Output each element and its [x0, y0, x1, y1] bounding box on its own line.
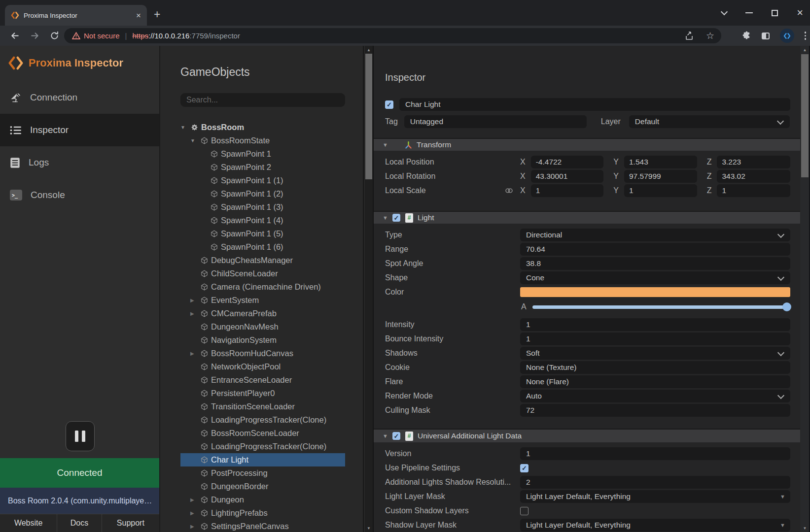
flare-field[interactable]: None (Flare) — [520, 375, 790, 388]
reload-button[interactable] — [45, 26, 63, 46]
chevron-right-icon[interactable]: ▶ — [190, 351, 201, 356]
tree-item[interactable]: DungeonBorder — [180, 480, 345, 493]
tree-item[interactable]: SpawnPoint 1 (6) — [180, 240, 345, 254]
uald-enabled-checkbox[interactable] — [392, 432, 400, 440]
tree-item[interactable]: PersistentPlayer0 — [180, 387, 345, 400]
position-x-field[interactable]: -4.4722 — [531, 156, 604, 168]
tree-item[interactable]: NavigationSystem — [180, 333, 345, 347]
side-panel-icon[interactable] — [762, 33, 770, 39]
collapse-chevron-icon[interactable]: ▼ — [383, 433, 392, 439]
layer-select[interactable]: Default — [629, 115, 790, 128]
tree-item[interactable]: ▼BossRoomState — [180, 134, 345, 147]
collapse-chevron-icon[interactable]: ▼ — [383, 215, 392, 221]
footer-link-website[interactable]: Website — [0, 514, 57, 532]
tree-item[interactable]: LoadingProgressTracker(Clone) — [180, 440, 345, 453]
sidebar-item-console[interactable]: >_ Console — [0, 179, 159, 211]
chevron-right-icon[interactable]: ▶ — [190, 311, 201, 316]
tree-item[interactable]: DebugCheatsManager — [180, 254, 345, 267]
address-bar[interactable]: Not secure | https ://10.0.0.216 :7759/i… — [64, 28, 721, 43]
chevron-down-icon[interactable]: ▼ — [180, 125, 191, 130]
tree-item[interactable]: SpawnPoint 1 (4) — [180, 214, 345, 227]
scale-link-icon[interactable] — [505, 188, 520, 194]
tree-item[interactable]: BossRoomSceneLoader — [180, 427, 345, 440]
tree-item[interactable]: ▶BossRoomHudCanvas — [180, 347, 345, 360]
chevron-right-icon[interactable]: ▶ — [190, 497, 201, 502]
window-chevron-down-icon[interactable] — [721, 8, 728, 15]
dev-extension-icon[interactable] — [780, 29, 794, 43]
shadows-select[interactable]: Soft — [520, 347, 790, 360]
tree-item[interactable]: SpawnPoint 1 (5) — [180, 227, 345, 240]
tree-item[interactable]: ▶LightingPrefabs — [180, 506, 345, 520]
browser-tab[interactable]: Proxima Inspector × — [5, 5, 147, 26]
cookie-field[interactable]: None (Texture) — [520, 361, 790, 374]
position-y-field[interactable]: 1.543 — [624, 156, 697, 168]
shape-select[interactable]: Cone — [520, 271, 790, 284]
tree-item[interactable]: ChildSceneLoader — [180, 267, 345, 280]
scroll-up-icon[interactable]: ▲ — [801, 46, 809, 54]
transform-section-header[interactable]: ▼ Transform — [374, 138, 800, 151]
tree-item[interactable]: DungeonNavMesh — [180, 320, 345, 333]
tree-item[interactable]: LoadingProgressTracker(Clone) — [180, 413, 345, 427]
window-maximize-icon[interactable] — [772, 10, 778, 16]
tree-item[interactable]: SpawnPoint 1 (2) — [180, 187, 345, 200]
range-field[interactable]: 70.64 — [520, 243, 790, 256]
forward-button[interactable] — [26, 26, 43, 46]
collapse-chevron-icon[interactable]: ▼ — [383, 142, 392, 148]
tab-close-icon[interactable]: × — [136, 11, 141, 20]
tree-item[interactable]: TransitionSceneLoader — [180, 400, 345, 413]
browser-menu-icon[interactable] — [805, 32, 807, 40]
intensity-field[interactable]: 1 — [520, 318, 790, 331]
chevron-right-icon[interactable]: ▶ — [190, 524, 201, 529]
tree-item[interactable]: NetworkObjectPool — [180, 360, 345, 373]
sidebar-item-logs[interactable]: Logs — [0, 146, 159, 179]
rotation-x-field[interactable]: 43.30001 — [531, 170, 604, 183]
tree-item[interactable]: ▶SettingsPanelCanvas — [180, 520, 345, 532]
tree-item[interactable]: ▶EventSystem — [180, 294, 345, 307]
tag-field[interactable]: Untagged — [404, 115, 587, 128]
alpha-slider[interactable] — [532, 305, 790, 309]
chevron-right-icon[interactable]: ▶ — [190, 510, 201, 516]
scroll-up-icon[interactable]: ▲ — [365, 46, 373, 54]
gameobject-enabled-checkbox[interactable] — [385, 100, 393, 109]
sidebar-item-connection[interactable]: Connection — [0, 81, 159, 114]
tree-item[interactable]: SpawnPoint 2 — [180, 161, 345, 174]
render-mode-select[interactable]: Auto — [520, 390, 790, 402]
footer-link-docs[interactable]: Docs — [57, 514, 102, 532]
back-button[interactable] — [6, 26, 24, 46]
footer-link-support[interactable]: Support — [102, 514, 159, 532]
rotation-y-field[interactable]: 97.57999 — [624, 170, 697, 183]
light-enabled-checkbox[interactable] — [392, 214, 400, 222]
extensions-puzzle-icon[interactable] — [742, 31, 751, 40]
tree-item[interactable]: ▶Dungeon — [180, 493, 345, 506]
scrollbar-thumb[interactable] — [801, 54, 809, 177]
new-tab-button[interactable]: + — [154, 8, 160, 21]
use-pipeline-checkbox[interactable] — [520, 464, 528, 472]
light-type-select[interactable]: Directional — [520, 229, 790, 241]
rotation-z-field[interactable]: 343.02 — [717, 170, 790, 183]
shadow-resolution-field[interactable]: 2 — [520, 476, 790, 489]
bounce-intensity-field[interactable]: 1 — [520, 332, 790, 345]
custom-shadow-layers-checkbox[interactable] — [520, 507, 528, 515]
window-minimize-icon[interactable] — [745, 12, 753, 13]
search-input[interactable] — [180, 93, 345, 107]
scale-z-field[interactable]: 1 — [717, 184, 790, 197]
tree-item[interactable]: Char Light — [180, 453, 345, 466]
scrollbar-thumb[interactable] — [365, 54, 372, 179]
tree-item[interactable]: EntranceSceneLoader — [180, 373, 345, 387]
scroll-down-icon[interactable]: ▼ — [365, 524, 373, 532]
window-close-icon[interactable]: × — [797, 7, 803, 18]
scale-x-field[interactable]: 1 — [531, 184, 604, 197]
culling-mask-field[interactable]: 72 — [520, 404, 790, 417]
sidebar-item-inspector[interactable]: Inspector — [0, 114, 159, 146]
version-field[interactable]: 1 — [520, 447, 790, 460]
spot-angle-field[interactable]: 38.8 — [520, 257, 790, 270]
inspector-scrollbar[interactable]: ▲ ▼ — [801, 46, 809, 532]
light-section-header[interactable]: ▼ # Light — [374, 211, 800, 224]
tree-item[interactable]: SpawnPoint 1 (3) — [180, 200, 345, 214]
tree-item[interactable]: Camera (Cinemachine Driven) — [180, 280, 345, 294]
color-swatch[interactable] — [520, 287, 790, 297]
alpha-slider-handle[interactable] — [782, 302, 791, 311]
uald-section-header[interactable]: ▼ # Universal Additional Light Data — [374, 429, 800, 442]
tree-item[interactable]: PostProcessing — [180, 466, 345, 480]
bookmark-star-icon[interactable]: ☆ — [706, 30, 714, 41]
